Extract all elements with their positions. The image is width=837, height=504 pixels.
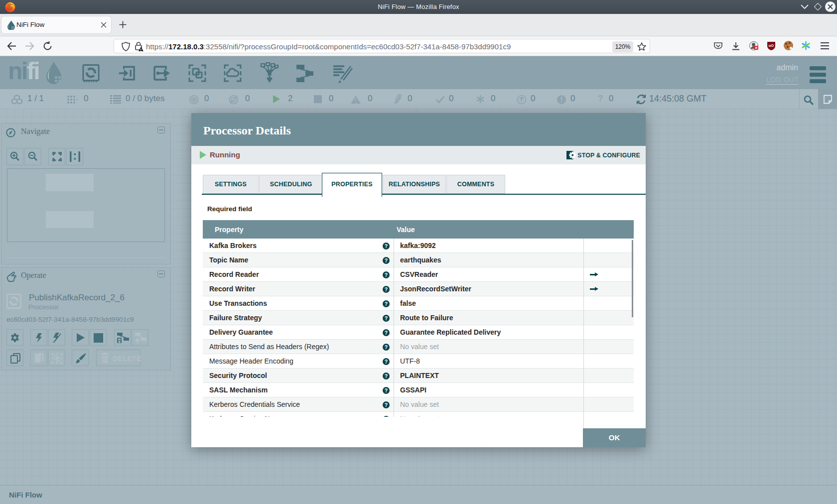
svg-text:uO: uO xyxy=(769,43,774,48)
